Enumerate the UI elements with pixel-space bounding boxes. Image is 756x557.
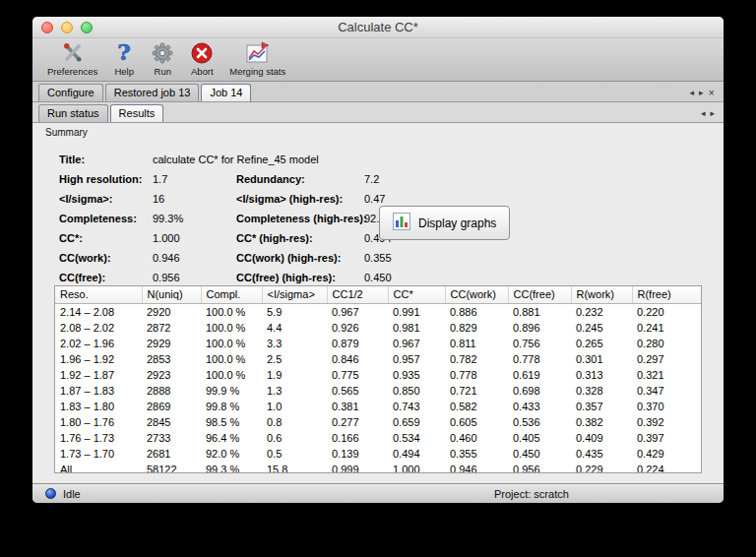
- table-cell: 0.926: [327, 320, 388, 336]
- table-cell: 0.756: [508, 336, 571, 351]
- table-cell: 0.433: [508, 399, 571, 414]
- column-header[interactable]: CC(free): [508, 286, 571, 304]
- table-row[interactable]: 2.02 – 1.962929100.0 %3.30.8790.9670.811…: [55, 336, 701, 351]
- table-row[interactable]: 1.96 – 1.922853100.0 %2.50.8460.9570.782…: [55, 351, 701, 367]
- table-cell: 2.02 – 1.96: [55, 336, 142, 351]
- table-cell: 2920: [142, 304, 201, 321]
- table-cell: 99.8 %: [201, 399, 262, 414]
- table-row[interactable]: All5812299.3 %15.80.9991.0000.9460.9560.…: [55, 462, 701, 473]
- summary-label: CC(free):: [59, 268, 153, 287]
- preferences-icon: [60, 40, 85, 65]
- table-cell: 0.896: [508, 320, 571, 336]
- table-cell: 0.536: [508, 414, 571, 430]
- svg-text:?: ?: [117, 40, 130, 65]
- results-table-container[interactable]: Reso.N(uniq)Compl.<I/sigma>CC1/2CC*CC(wo…: [54, 285, 702, 473]
- column-header[interactable]: R(work): [571, 286, 632, 304]
- table-cell: 1.9: [262, 367, 327, 383]
- table-row[interactable]: 2.14 – 2.082920100.0 %5.90.9670.9910.886…: [55, 304, 701, 321]
- table-cell: 0.494: [388, 446, 445, 462]
- table-row[interactable]: 1.87 – 1.83288899.9 %1.30.5650.8500.7210…: [55, 383, 701, 399]
- table-cell: 1.87 – 1.83: [55, 383, 142, 399]
- table-cell: 0.370: [632, 399, 701, 414]
- table-cell: 0.321: [632, 367, 701, 383]
- table-row[interactable]: 1.76 – 1.73273396.4 %0.60.1660.5340.4600…: [55, 430, 701, 446]
- summary-label: Title:: [59, 150, 153, 169]
- table-cell: 0.355: [445, 446, 508, 462]
- table-cell: 1.3: [262, 383, 327, 399]
- column-header[interactable]: Compl.: [201, 286, 262, 304]
- summary-value: calculate CC* for Refine_45 model: [153, 150, 395, 169]
- zoom-window-button[interactable]: [81, 22, 93, 33]
- table-row[interactable]: 1.73 – 1.70268192.0 %0.50.1390.4940.3550…: [55, 446, 701, 462]
- table-cell: 0.301: [571, 351, 632, 367]
- tab-scroll-left-icon[interactable]: ◂: [690, 88, 695, 97]
- toolbar-button-abort[interactable]: Abort: [185, 40, 219, 77]
- table-cell: 0.224: [632, 462, 701, 473]
- toolbar-button-label: Merging stats: [229, 66, 285, 77]
- table-row[interactable]: 1.83 – 1.80286999.8 %1.00.3810.7430.5820…: [55, 399, 701, 414]
- tab-job-14[interactable]: Job 14: [201, 84, 251, 101]
- summary-label: Completeness:: [59, 209, 153, 228]
- summary-label: Completeness (high-res):: [236, 209, 364, 228]
- results-panel: Summary Title:calculate CC* for Refine_4…: [32, 123, 724, 483]
- table-row[interactable]: 2.08 – 2.022872100.0 %4.40.9260.9810.829…: [55, 320, 701, 336]
- table-cell: 0.277: [327, 414, 388, 430]
- table-cell: 1.96 – 1.92: [55, 351, 142, 367]
- column-header[interactable]: Reso.: [55, 286, 142, 304]
- table-cell: 100.0 %: [201, 367, 262, 383]
- tab-scroll-left-icon[interactable]: ◂: [701, 108, 706, 118]
- summary-value: 0.946: [153, 248, 236, 268]
- tab-scroll-right-icon[interactable]: ▸: [710, 108, 715, 118]
- column-header[interactable]: R(free): [632, 286, 701, 304]
- subtab-results[interactable]: Results: [110, 104, 164, 122]
- toolbar: Preferences?HelpRunAbortMerging stats: [32, 38, 724, 82]
- minimize-window-button[interactable]: [61, 22, 73, 33]
- statusbar: Idle Project: scratch: [32, 483, 724, 503]
- summary-label: CC*:: [59, 228, 153, 248]
- table-cell: 0.956: [508, 462, 571, 473]
- tab-restored-job-13[interactable]: Restored job 13: [105, 84, 200, 101]
- table-cell: 0.241: [632, 320, 701, 336]
- summary-label: High resolution:: [59, 169, 153, 189]
- table-cell: 0.721: [445, 383, 508, 399]
- table-cell: 0.879: [327, 336, 388, 351]
- subtab-run-status[interactable]: Run status: [38, 104, 108, 122]
- table-cell: 0.967: [388, 336, 445, 351]
- column-header[interactable]: CC1/2: [327, 286, 388, 304]
- toolbar-button-merging-stats[interactable]: Merging stats: [224, 40, 290, 77]
- summary-value: 16: [153, 189, 236, 209]
- table-cell: 0.460: [445, 430, 508, 446]
- table-row[interactable]: 1.80 – 1.76284598.5 %0.80.2770.6590.6050…: [55, 414, 701, 430]
- column-header[interactable]: CC(work): [445, 286, 508, 304]
- table-cell: 99.9 %: [201, 383, 262, 399]
- table-cell: 0.357: [571, 399, 632, 414]
- table-cell: 4.4: [262, 320, 327, 336]
- tab-scroll-right-icon[interactable]: ▸: [699, 88, 704, 97]
- table-cell: 1.000: [388, 462, 445, 473]
- toolbar-button-preferences[interactable]: Preferences: [42, 40, 102, 77]
- column-header[interactable]: CC*: [388, 286, 445, 304]
- table-cell: 5.9: [262, 304, 327, 321]
- help-icon: ?: [113, 40, 135, 65]
- table-cell: 2872: [142, 320, 201, 336]
- tab-configure[interactable]: Configure: [38, 84, 103, 101]
- display-graphs-button[interactable]: Display graphs: [379, 206, 510, 240]
- close-window-button[interactable]: [41, 22, 53, 33]
- toolbar-button-run[interactable]: Run: [146, 40, 179, 77]
- column-header[interactable]: N(uniq): [142, 286, 201, 304]
- toolbar-button-help[interactable]: ?Help: [108, 40, 140, 77]
- table-cell: 0.846: [327, 351, 388, 367]
- summary-label: CC(work) (high-res):: [236, 248, 364, 268]
- toolbar-button-label: Abort: [191, 66, 214, 77]
- table-row[interactable]: 1.92 – 1.872923100.0 %1.90.7750.9350.778…: [55, 367, 701, 383]
- tab-close-icon[interactable]: ×: [709, 88, 715, 97]
- column-header[interactable]: <I/sigma>: [262, 286, 327, 304]
- summary-value: 1.000: [153, 228, 236, 248]
- sub-tab-bar: Run statusResults◂▸: [32, 102, 724, 123]
- table-cell: 0.166: [327, 430, 388, 446]
- table-cell: 100.0 %: [201, 304, 262, 321]
- summary-label: CC* (high-res):: [236, 228, 364, 248]
- table-cell: 1.76 – 1.73: [55, 430, 142, 446]
- table-cell: 0.347: [632, 383, 701, 399]
- summary-grid: Title:calculate CC* for Refine_45 modelH…: [59, 150, 395, 287]
